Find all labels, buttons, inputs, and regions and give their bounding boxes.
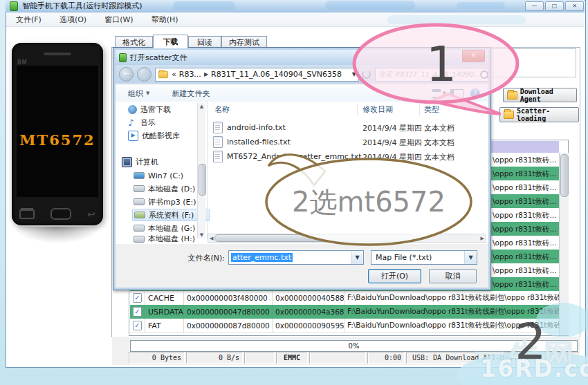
menu-window[interactable]: 窗口(W) xyxy=(104,15,133,25)
status-bytes: 0 Bytes xyxy=(129,352,185,364)
sidebar-item-computer[interactable]: 计算机 xyxy=(122,156,158,168)
new-folder-button[interactable]: 新建文件夹 xyxy=(172,88,210,99)
file-row-mt6572-scatter[interactable]: MT6572_Android_scatter_emmc.txt xyxy=(213,149,362,164)
menu-bar: 文件(F) 选项(O) 窗口(W) 帮助(H) xyxy=(6,12,584,27)
phone-menu-icon xyxy=(19,209,35,219)
close-button[interactable]: ✕ xyxy=(565,1,584,11)
sidebar-item-music[interactable]: ♪ 音乐 xyxy=(128,116,156,129)
filetype-select[interactable]: Map File (*.txt) ▼ xyxy=(371,250,477,265)
search-icon xyxy=(480,71,488,79)
column-date[interactable]: 修改日期 xyxy=(362,104,393,115)
thunder-icon xyxy=(128,105,137,114)
music-icon: ♪ xyxy=(128,118,137,127)
scroll-up-icon[interactable]: ▲ xyxy=(198,104,205,109)
chevron-down-icon[interactable]: ▼ xyxy=(464,251,477,264)
folder-icon xyxy=(504,111,514,119)
menu-options[interactable]: 选项(O) xyxy=(59,15,86,25)
chevron-down-icon[interactable]: ▼ xyxy=(351,251,363,264)
scrollbar-thumb[interactable] xyxy=(214,234,414,242)
chevron-down-icon[interactable]: ▼ xyxy=(352,71,356,77)
tab-download[interactable]: 下载 xyxy=(153,35,188,48)
table-row-usrdata[interactable]: ✓ USRDATA 0x0000000047d80000 0x000000004… xyxy=(130,305,559,319)
phone-image: BM MT6572 ↩ xyxy=(12,43,103,225)
filename-input[interactable]: atter_emmc.txt ▼ xyxy=(228,250,364,265)
file-type: 文本文档 xyxy=(424,138,454,148)
sidebar-item-drive-c[interactable]: Win7 (C:) xyxy=(134,169,183,182)
breadcrumb[interactable]: « R83... ▶ R831T_11_A.06_140904_SVN6358 … xyxy=(155,68,359,82)
forward-icon[interactable]: → xyxy=(137,67,151,82)
preview-pane-icon[interactable] xyxy=(450,89,463,98)
drive-icon xyxy=(134,225,145,232)
scroll-down-icon[interactable]: ▼ xyxy=(198,232,205,238)
checkbox-checked[interactable]: ✓ xyxy=(133,293,142,303)
cancel-button[interactable]: 取消 xyxy=(429,269,477,283)
divider xyxy=(207,102,208,238)
table-row-cache[interactable]: ✓ CACHE 0x000000003f480000 0x00000000405… xyxy=(130,291,559,306)
file-row-installed-files[interactable]: installed-files.txt xyxy=(213,135,291,149)
phone-brand-label: BM xyxy=(17,59,27,66)
sidebar-item-thunder[interactable]: 迅雷下载 xyxy=(128,103,171,115)
breadcrumb-collapsed[interactable]: « xyxy=(172,70,176,79)
scrollbar-thumb[interactable] xyxy=(199,164,206,196)
breadcrumb-current[interactable]: R831T_11_A.06_140904_SVN6358 xyxy=(211,70,342,79)
menu-help[interactable]: 帮助(H) xyxy=(151,15,178,25)
column-type[interactable]: 类型 xyxy=(424,104,439,115)
scrollbar-thumb[interactable] xyxy=(560,154,569,197)
scroll-left-icon[interactable]: ◀ xyxy=(208,236,214,241)
status-chip: EMMC xyxy=(276,352,308,364)
chevron-right-icon: ▶ xyxy=(204,71,208,77)
drive-icon xyxy=(134,185,145,192)
maximize-button[interactable]: □ xyxy=(545,1,564,11)
table-scrollbar[interactable] xyxy=(559,153,569,335)
text-file-icon xyxy=(213,136,223,148)
status-usb: USB: DA Download All-High-Speed xyxy=(406,352,580,364)
drive-icon xyxy=(134,236,145,243)
dialog-title: 打开scatter文件 xyxy=(130,53,187,63)
sidebar-item-drive-g[interactable]: 本地磁盘 (G:) xyxy=(134,222,195,234)
open-button[interactable]: 打开(O) xyxy=(368,269,421,283)
dialog-close-button[interactable]: ✕ xyxy=(462,50,485,62)
scroll-right-icon[interactable]: ▶ xyxy=(479,236,486,241)
file-type: 文本文档 xyxy=(424,123,454,133)
text-file-icon xyxy=(213,122,223,133)
status-bar: 0 Bytes 0 B/s EMMC 0:00 USB: DA Download… xyxy=(129,352,581,365)
download-agent-button[interactable]: Download Agent xyxy=(503,88,577,102)
checkbox-checked[interactable]: ✓ xyxy=(133,321,142,330)
text-file-icon xyxy=(213,151,223,162)
sidebar-item-drive-e[interactable]: 评书mp3 (E:) xyxy=(134,196,196,208)
filetype-value: Map File (*.txt) xyxy=(376,253,432,262)
file-row-android-info[interactable]: android-info.txt xyxy=(213,120,286,135)
status-empty xyxy=(244,352,275,364)
filelist-hscrollbar[interactable]: ◀ ▶ xyxy=(208,234,486,243)
phone-back-icon: ↩ xyxy=(87,209,95,220)
sidebar-item-youku[interactable]: ▶ 优酷影视库 xyxy=(128,129,180,142)
column-name[interactable]: 名称 xyxy=(214,104,230,115)
table-row-fat[interactable]: ✓ FAT 0x0000000087d80000 0x0000000090595… xyxy=(130,319,559,333)
minimize-button[interactable]: — xyxy=(525,1,544,11)
organize-menu[interactable]: 组织 xyxy=(128,88,143,99)
app-icon xyxy=(10,1,18,11)
search-placeholder: 搜索 R831T_11_A.06_14090... xyxy=(378,70,480,79)
sidebar-item-drive-h[interactable]: 本地磁盘 (H:) xyxy=(134,235,195,243)
help-icon[interactable]: ? xyxy=(470,88,480,98)
checkbox-checked[interactable]: ✓ xyxy=(133,307,142,317)
back-icon[interactable]: ← xyxy=(119,67,134,82)
status-empty xyxy=(309,352,366,364)
status-time: 0:00 xyxy=(367,352,405,364)
address-bar: ← → « R83... ▶ R831T_11_A.06_140904_SVN6… xyxy=(116,65,488,84)
chevron-down-icon: ▼ xyxy=(146,91,149,96)
scatter-loading-button[interactable]: Scatter-loading xyxy=(499,107,579,122)
phone-speaker xyxy=(44,53,71,55)
title-bar[interactable]: 智能手机下载工具(运行时跟踪模式) xyxy=(6,0,585,12)
dialog-title-bar[interactable]: 打开scatter文件 xyxy=(116,50,488,65)
views-icon[interactable]: ▼ xyxy=(432,89,446,98)
file-date: 2014/9/4 星期四 ... xyxy=(362,152,432,162)
refresh-icon[interactable] xyxy=(360,68,372,82)
search-input[interactable]: 搜索 R831T_11_A.06_14090... xyxy=(375,68,488,82)
sidebar-item-drive-d[interactable]: 本地磁盘 (D:) xyxy=(134,182,195,195)
menu-file[interactable]: 文件(F) xyxy=(16,15,42,25)
breadcrumb-parent[interactable]: R83... xyxy=(179,70,201,79)
progress-bar: 0% xyxy=(130,340,578,352)
sidebar-scrollbar[interactable]: ▲ ▼ xyxy=(197,103,205,238)
phone-home-icon xyxy=(50,208,71,220)
